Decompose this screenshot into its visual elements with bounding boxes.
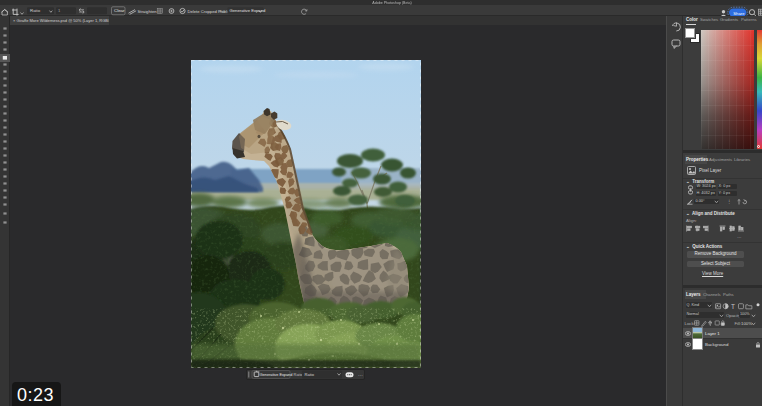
- svg-text:Fill:: Fill:: [220, 9, 227, 14]
- svg-text:Straighten: Straighten: [138, 9, 158, 14]
- svg-text:Ratio: Ratio: [305, 372, 315, 377]
- svg-text:Clear: Clear: [114, 8, 125, 13]
- svg-text:T: T: [731, 303, 735, 310]
- svg-text:Generative Expand: Generative Expand: [260, 373, 293, 377]
- svg-text:⋯: ⋯: [358, 372, 363, 378]
- svg-text:Ratio: Ratio: [30, 8, 41, 13]
